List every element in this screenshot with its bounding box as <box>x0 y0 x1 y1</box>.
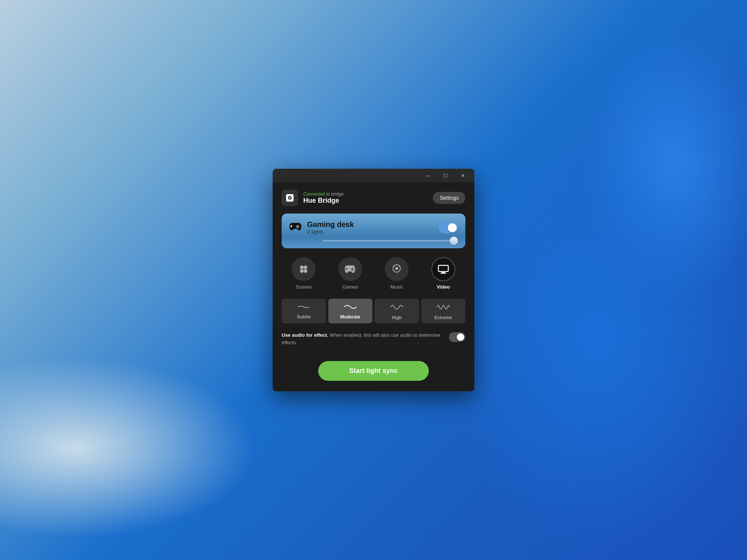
tab-scenes-label: Scenes <box>296 284 312 290</box>
brightness-slider[interactable] <box>323 240 458 242</box>
svg-point-8 <box>296 226 297 227</box>
audio-row: Use audio for effect. When enabled, this… <box>282 332 465 346</box>
area-info: Gaming desk 2 lights <box>307 220 354 235</box>
svg-point-9 <box>300 265 304 269</box>
svg-point-2 <box>289 197 291 199</box>
tab-music[interactable]: Music <box>375 257 419 290</box>
video-icon <box>431 257 455 281</box>
brightness-thumb <box>450 237 458 245</box>
header-left: Connected to bridge Hue Bridge <box>282 190 344 206</box>
svg-point-15 <box>352 268 353 269</box>
extreme-label: Extreme <box>434 315 452 320</box>
high-wave-icon <box>390 303 403 313</box>
app-content: Connected to bridge Hue Bridge Settings <box>273 182 474 391</box>
window-controls: — ☐ ✕ <box>420 169 471 182</box>
start-light-sync-button[interactable]: Start light sync <box>318 361 428 381</box>
intensity-extreme[interactable]: Extreme <box>421 299 466 323</box>
minimize-button[interactable]: — <box>420 169 437 182</box>
scenes-icon <box>292 257 316 281</box>
area-toggle[interactable] <box>438 222 458 233</box>
moderate-wave-icon <box>344 303 357 312</box>
svg-point-19 <box>395 267 398 270</box>
audio-toggle[interactable] <box>449 332 465 342</box>
subtle-label: Subtle <box>297 314 311 320</box>
svg-point-12 <box>304 269 307 273</box>
moderate-label: Moderate <box>340 314 360 320</box>
area-card-inner: Gaming desk 2 lights <box>289 220 458 235</box>
tab-games[interactable]: Games <box>328 257 373 290</box>
svg-point-16 <box>353 269 354 270</box>
area-slider-row <box>289 240 458 242</box>
high-label: High <box>392 315 402 320</box>
games-icon <box>338 257 362 281</box>
svg-point-18 <box>351 269 352 270</box>
hue-logo-icon <box>282 190 298 206</box>
header-text: Connected to bridge Hue Bridge <box>303 192 344 205</box>
svg-point-10 <box>304 265 307 269</box>
subtle-wave-icon <box>297 303 310 312</box>
svg-rect-23 <box>440 273 446 274</box>
area-card: Gaming desk 2 lights <box>282 214 465 248</box>
area-name: Gaming desk <box>307 220 354 229</box>
svg-point-17 <box>352 270 353 271</box>
svg-rect-21 <box>439 266 448 271</box>
intensity-moderate[interactable]: Moderate <box>328 299 373 323</box>
bridge-name: Hue Bridge <box>303 197 344 205</box>
tab-video-label: Video <box>437 284 450 290</box>
tab-video[interactable]: Video <box>421 257 466 290</box>
maximize-button[interactable]: ☐ <box>437 169 454 182</box>
app-header: Connected to bridge Hue Bridge Settings <box>282 190 465 206</box>
audio-description: Use audio for effect. When enabled, this… <box>282 332 443 346</box>
gaming-controller-icon <box>289 222 302 234</box>
connection-status: Connected to bridge <box>303 192 344 197</box>
tab-music-label: Music <box>390 284 403 290</box>
intensity-subtle[interactable]: Subtle <box>282 299 326 323</box>
svg-rect-4 <box>290 226 292 227</box>
close-button[interactable]: ✕ <box>454 169 471 182</box>
mode-tabs: Scenes Games <box>282 257 465 290</box>
settings-button[interactable]: Settings <box>433 192 465 204</box>
music-icon <box>385 257 409 281</box>
tab-games-label: Games <box>342 284 358 290</box>
app-window: — ☐ ✕ Connected to bridge <box>273 169 474 391</box>
title-bar: — ☐ ✕ <box>273 169 474 182</box>
svg-point-7 <box>297 227 298 228</box>
svg-point-6 <box>298 226 300 227</box>
intensity-row: Subtle Moderate High <box>282 299 465 323</box>
intensity-high[interactable]: High <box>375 299 419 323</box>
audio-bold-text: Use audio for effect. <box>282 332 328 338</box>
area-lights-count: 2 lights <box>307 229 354 235</box>
svg-point-11 <box>300 269 304 273</box>
extreme-wave-icon <box>437 303 450 313</box>
svg-rect-14 <box>345 269 347 270</box>
svg-point-5 <box>297 225 298 226</box>
area-card-left: Gaming desk 2 lights <box>289 220 354 235</box>
tab-scenes[interactable]: Scenes <box>282 257 326 290</box>
